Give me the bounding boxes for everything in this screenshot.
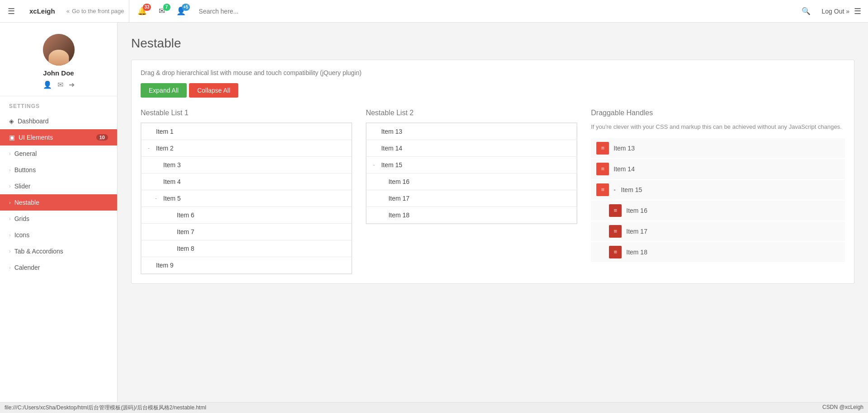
hamburger-menu-button[interactable]: ☰ (0, 0, 23, 23)
draggable-title: Draggable Handles (591, 109, 845, 117)
drag-list-item[interactable]: ≡ Item 14 (591, 159, 845, 179)
list-item[interactable]: Item 6 (141, 206, 352, 223)
sidebar-item-slider[interactable]: › Slider (0, 178, 117, 194)
drag-list-item[interactable]: ≡ - Item 15 (591, 180, 845, 200)
nestable-list-2: Nestable List 2 Item 13 Item 14 - Ite (366, 109, 577, 224)
profile-actions: 👤 ✉ ➜ (43, 80, 75, 89)
front-page-link[interactable]: Go to the front page (62, 0, 129, 22)
drag-handle-icon[interactable]: ≡ (609, 204, 622, 217)
sidebar-item-nestable[interactable]: › Nestable (0, 194, 117, 211)
avatar-image (43, 34, 75, 66)
list2-title: Nestable List 2 (366, 109, 577, 117)
draggable-handles-section: Draggable Handles If you're clever with … (591, 109, 845, 263)
drag-handle-icon[interactable]: ≡ (609, 225, 622, 238)
list1-container: Item 1 - Item 2 Item 3 Item 4 (141, 122, 352, 274)
list-item[interactable]: - Item 2 (141, 140, 352, 156)
sidebar-label-general: General (14, 150, 108, 157)
item-label: Item 14 (381, 145, 402, 152)
chevron-icon: › (9, 200, 11, 205)
sidebar-item-icons[interactable]: › Icons (0, 227, 117, 243)
list-item[interactable]: Item 1 (141, 123, 352, 140)
search-icon[interactable]: 🔍 (802, 7, 811, 15)
item-label: Item 2 (156, 145, 174, 152)
sidebar-section-title: SETTINGS (0, 96, 117, 113)
top-navigation: ☰ xcLeigh Go to the front page 🔔 33 ✉ 7 … (0, 0, 868, 23)
sidebar-label-icons: Icons (14, 231, 108, 239)
profile-user-icon[interactable]: 👤 (43, 80, 52, 89)
profile-name: John Doe (43, 69, 74, 77)
page-title: Nestable (131, 36, 854, 51)
chevron-icon: › (9, 183, 11, 189)
ui-elements-icon: ▣ (9, 134, 15, 141)
sidebar-item-dashboard[interactable]: ◈ Dashboard (0, 113, 117, 129)
list-item[interactable]: Item 16 (366, 173, 577, 190)
chevron-icon: › (9, 232, 11, 238)
sidebar-label-calender: Calender (14, 264, 108, 271)
users-button[interactable]: 👤 +5 (173, 3, 190, 20)
expand-all-button[interactable]: Expand All (141, 83, 187, 98)
logout-button[interactable]: Log Out » (822, 8, 850, 15)
list-item[interactable]: Item 13 (366, 123, 577, 140)
item-label: Item 16 (388, 178, 410, 185)
list-item[interactable]: Item 7 (141, 223, 352, 240)
drag-item-label: Item 16 (626, 207, 647, 214)
status-path: file:///C:/Users/xcSha/Desktop/html后台管理模… (5, 404, 206, 412)
action-buttons: Expand All Collapse All (141, 83, 845, 98)
drag-list-item[interactable]: ≡ Item 18 (591, 242, 845, 262)
sidebar-item-calender[interactable]: › Calender (0, 259, 117, 276)
drag-handle-icon[interactable]: ≡ (596, 142, 609, 155)
list-item[interactable]: Item 4 (141, 173, 352, 190)
sidebar-item-general[interactable]: › General (0, 145, 117, 162)
nav-right: Log Out » ☰ (815, 6, 868, 16)
toggle-icon[interactable]: - (373, 162, 377, 168)
item-label: Item 6 (177, 211, 194, 219)
search-input[interactable] (199, 8, 802, 15)
card-description: Drag & drop hierarchical list with mouse… (141, 69, 845, 76)
profile-email-icon[interactable]: ✉ (57, 80, 63, 89)
chevron-icon: › (9, 249, 11, 254)
main-layout: John Doe 👤 ✉ ➜ SETTINGS ◈ Dashboard ▣ UI… (0, 23, 868, 413)
messages-button[interactable]: ✉ 7 (153, 3, 170, 20)
item-label: Item 3 (163, 161, 181, 169)
sidebar-item-grids[interactable]: › Grids (0, 211, 117, 227)
drag-handle-icon[interactable]: ≡ (596, 163, 609, 175)
drag-list-item[interactable]: ≡ Item 17 (591, 221, 845, 241)
profile-signout-icon[interactable]: ➜ (69, 80, 75, 89)
drag-handle-icon[interactable]: ≡ (596, 183, 609, 196)
item-label: Item 17 (388, 195, 410, 202)
list-item[interactable]: - Item 15 (366, 156, 577, 173)
list1-title: Nestable List 1 (141, 109, 352, 117)
brand-name: xcLeigh (23, 7, 62, 15)
toggle-icon[interactable]: - (155, 195, 160, 202)
list-item[interactable]: Item 18 (366, 206, 577, 224)
nestable-columns: Nestable List 1 Item 1 - Item 2 Item (141, 109, 845, 274)
user-profile: John Doe 👤 ✉ ➜ (0, 23, 117, 96)
list-item[interactable]: Item 3 (141, 156, 352, 173)
item-label: Item 9 (156, 262, 174, 269)
list-item[interactable]: Item 17 (366, 190, 577, 206)
right-menu-icon[interactable]: ☰ (854, 6, 861, 16)
drag-item-label: Item 13 (613, 145, 635, 152)
sidebar-label-slider: Slider (14, 183, 108, 190)
sidebar: John Doe 👤 ✉ ➜ SETTINGS ◈ Dashboard ▣ UI… (0, 23, 118, 413)
notifications-badge: 33 (143, 4, 151, 11)
list-item[interactable]: Item 14 (366, 140, 577, 156)
list-item[interactable]: Item 9 (141, 257, 352, 274)
nav-icon-group: 🔔 33 ✉ 7 👤 +5 (129, 3, 194, 20)
item-label: Item 15 (381, 161, 402, 169)
item-label: Item 1 (156, 128, 174, 135)
toggle-icon[interactable]: - (148, 145, 152, 151)
list-item[interactable]: Item 8 (141, 240, 352, 257)
sidebar-item-ui-elements[interactable]: ▣ UI Elements 10 (0, 129, 117, 145)
drag-handle-icon[interactable]: ≡ (609, 246, 622, 258)
search-bar: 🔍 (194, 7, 815, 15)
collapse-all-button[interactable]: Collapse All (189, 83, 238, 98)
sidebar-item-tab-accordions[interactable]: › Tab & Accordions (0, 243, 117, 259)
sidebar-label-tab-accordions: Tab & Accordions (14, 248, 108, 255)
notifications-button[interactable]: 🔔 33 (134, 3, 151, 20)
drag-list-item[interactable]: ≡ Item 13 (591, 138, 845, 158)
messages-badge: 7 (163, 4, 170, 11)
list-item[interactable]: - Item 5 (141, 190, 352, 206)
drag-list-item[interactable]: ≡ Item 16 (591, 201, 845, 221)
sidebar-item-buttons[interactable]: › Buttons (0, 162, 117, 178)
